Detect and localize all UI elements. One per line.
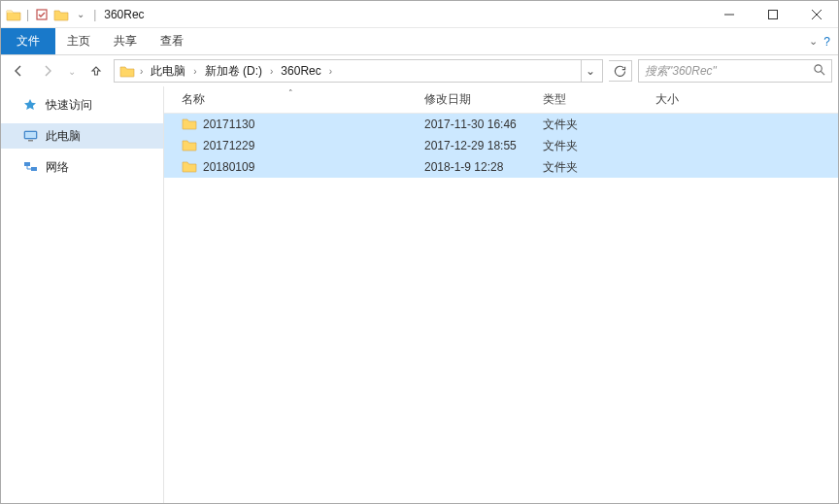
chevron-right-icon[interactable]: ›	[191, 66, 198, 77]
column-header-type[interactable]: 类型	[535, 86, 648, 113]
file-rows: 20171130 2017-11-30 16:46 文件夹 20171229 2…	[164, 114, 838, 178]
help-icon[interactable]: ?	[823, 35, 830, 49]
qat-dropdown-icon[interactable]: ⌄	[72, 6, 89, 23]
svg-point-5	[815, 65, 822, 72]
file-row[interactable]: 20171229 2017-12-29 18:55 文件夹	[164, 135, 838, 156]
svg-rect-2	[768, 10, 777, 18]
svg-rect-0	[37, 10, 47, 19]
address-bar: ⌄ › 此电脑 › 新加卷 (D:) › 360Rec › ⌄	[1, 55, 838, 86]
separator-icon: |	[26, 8, 29, 21]
maximize-button[interactable]	[751, 1, 794, 27]
window-controls	[707, 1, 838, 27]
tab-view[interactable]: 查看	[149, 28, 195, 54]
file-type: 文件夹	[535, 138, 648, 154]
close-button[interactable]	[794, 1, 838, 27]
back-button[interactable]	[7, 59, 30, 83]
minimize-button[interactable]	[707, 1, 751, 27]
ribbon-tabs: 文件 主页 共享 查看 ⌄ ?	[1, 28, 838, 55]
svg-line-6	[821, 71, 824, 75]
chevron-right-icon[interactable]: ›	[138, 66, 145, 77]
breadcrumb-segment[interactable]: 新加卷 (D:)	[201, 60, 266, 82]
search-icon[interactable]	[813, 63, 825, 79]
sidebar-item-network[interactable]: 网络	[1, 154, 163, 180]
folder-icon	[182, 159, 197, 176]
file-row[interactable]: 20180109 2018-1-9 12:28 文件夹	[164, 156, 838, 178]
file-date: 2018-1-9 12:28	[417, 160, 535, 174]
search-box[interactable]	[638, 59, 832, 83]
computer-icon	[22, 128, 38, 144]
star-icon	[22, 97, 38, 113]
window-title: 360Rec	[104, 8, 707, 21]
svg-rect-11	[31, 167, 37, 171]
titlebar: | ⌄ | 360Rec	[1, 1, 838, 28]
sidebar-item-this-pc[interactable]: 此电脑	[1, 123, 163, 149]
chevron-right-icon[interactable]: ›	[327, 66, 334, 77]
file-list: 名称 ˄ 修改日期 类型 大小 20171130 2017-11-30 16:4…	[164, 86, 838, 503]
separator-icon: |	[93, 8, 96, 21]
chevron-right-icon[interactable]: ›	[268, 66, 275, 77]
file-row[interactable]: 20171130 2017-11-30 16:46 文件夹	[164, 114, 838, 135]
column-label: 名称	[182, 91, 205, 108]
file-type: 文件夹	[535, 159, 648, 176]
folder-icon	[5, 6, 22, 23]
recent-dropdown-icon[interactable]: ⌄	[65, 59, 79, 83]
search-input[interactable]	[645, 64, 809, 78]
column-header-name[interactable]: 名称 ˄	[164, 86, 417, 113]
network-icon	[22, 159, 38, 175]
quick-access-toolbar: | ⌄ |	[1, 6, 98, 23]
svg-rect-8	[25, 132, 36, 138]
file-date: 2017-12-29 18:55	[417, 139, 535, 152]
folder-icon	[182, 138, 197, 154]
sort-asc-icon: ˄	[288, 88, 293, 98]
svg-rect-10	[24, 162, 30, 166]
column-header-date[interactable]: 修改日期	[417, 86, 535, 113]
file-date: 2017-11-30 16:46	[417, 118, 535, 131]
sidebar-item-label: 快速访问	[46, 97, 92, 114]
sidebar-item-label: 此电脑	[46, 128, 81, 145]
ribbon-expand-icon[interactable]: ⌄	[809, 35, 818, 48]
tab-home[interactable]: 主页	[55, 28, 102, 54]
file-name: 20171229	[203, 139, 254, 152]
column-headers: 名称 ˄ 修改日期 类型 大小	[164, 86, 838, 114]
folder-icon	[182, 117, 197, 133]
file-name: 20171130	[203, 118, 254, 131]
file-name: 20180109	[203, 160, 254, 174]
tab-share[interactable]: 共享	[102, 28, 149, 54]
navigation-pane: 快速访问 此电脑 网络	[1, 86, 164, 503]
sidebar-item-quick-access[interactable]: 快速访问	[1, 92, 163, 118]
forward-button[interactable]	[36, 59, 59, 83]
folder-icon	[118, 62, 136, 80]
column-header-size[interactable]: 大小	[648, 86, 745, 113]
address-dropdown-icon[interactable]: ⌄	[581, 60, 598, 82]
breadcrumb-segment[interactable]: 360Rec	[277, 60, 324, 82]
refresh-button[interactable]	[609, 60, 632, 82]
properties-icon[interactable]	[33, 6, 50, 23]
tab-file[interactable]: 文件	[1, 28, 55, 54]
file-type: 文件夹	[535, 117, 648, 133]
content-area: 快速访问 此电脑 网络 名称 ˄ 修改日期 类型 大小 201	[1, 86, 838, 503]
up-button[interactable]	[84, 59, 108, 83]
sidebar-item-label: 网络	[46, 159, 69, 176]
column-label: 修改日期	[424, 91, 471, 108]
folder-icon[interactable]	[52, 6, 70, 23]
breadcrumb[interactable]: › 此电脑 › 新加卷 (D:) › 360Rec › ⌄	[114, 59, 603, 83]
column-label: 大小	[655, 91, 679, 108]
column-label: 类型	[543, 91, 566, 108]
breadcrumb-segment[interactable]: 此电脑	[147, 60, 189, 82]
svg-rect-9	[28, 140, 33, 142]
